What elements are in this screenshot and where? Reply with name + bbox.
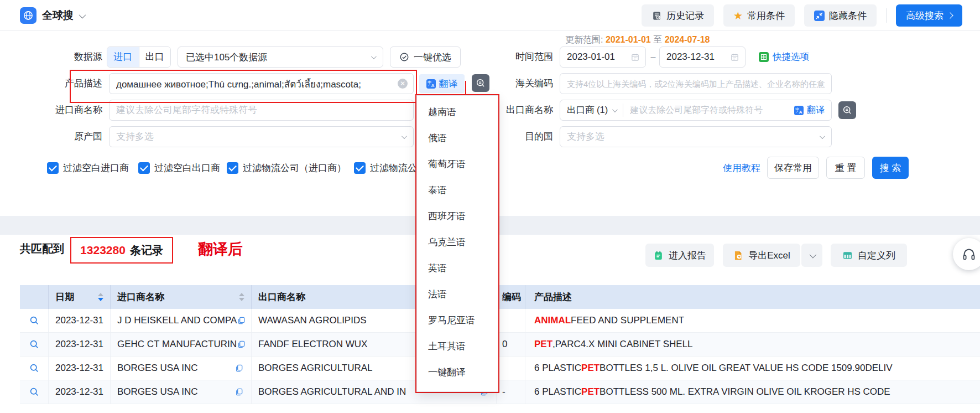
- headphone-icon: [961, 246, 977, 262]
- exporter-input[interactable]: [623, 105, 794, 115]
- search-button[interactable]: 搜 索: [872, 157, 909, 179]
- copy-icon[interactable]: [234, 364, 243, 373]
- copy-icon[interactable]: [237, 340, 246, 349]
- favorites-button[interactable]: ★ 常用条件: [723, 4, 795, 27]
- save-favorite-button[interactable]: 保存常用: [767, 157, 819, 179]
- exporter-translate-button[interactable]: 翻译: [794, 105, 831, 116]
- filter-checkbox-1[interactable]: 过滤空白出口商: [138, 162, 220, 174]
- magnifier-icon[interactable]: [29, 363, 40, 374]
- support-button[interactable]: [953, 238, 980, 270]
- importer-cell: BORGES USA INC: [111, 357, 252, 380]
- clear-icon[interactable]: ✕: [398, 79, 408, 89]
- app-title: 全球搜: [42, 8, 74, 23]
- calendar-icon: [730, 53, 739, 62]
- importer-field: [109, 100, 414, 121]
- menu-item-5[interactable]: 乌克兰语: [417, 229, 498, 255]
- row-detail-cell: [20, 357, 49, 380]
- filter-checkbox-0[interactable]: 过滤空白进口商: [47, 162, 129, 174]
- menu-item-4[interactable]: 西班牙语: [417, 203, 498, 229]
- exporter-type-value: 出口商 (1): [567, 104, 608, 116]
- origin-country-input[interactable]: [110, 131, 402, 142]
- reset-button[interactable]: 重 置: [826, 157, 865, 179]
- table-row: 2023-12-31J D HEISKELL AND COMPAWAWASAN …: [20, 309, 980, 333]
- tab-export[interactable]: 出口: [139, 47, 171, 67]
- dest-country-input[interactable]: [560, 131, 820, 142]
- menu-item-8[interactable]: 罗马尼亚语: [417, 307, 498, 333]
- annotation-box-translate-menu: 越南语俄语葡萄牙语泰语西班牙语乌克兰语英语法语罗马尼亚语土耳其语一键翻译: [415, 94, 499, 393]
- copy-icon[interactable]: [237, 316, 246, 325]
- checkbox-checked-icon[interactable]: [227, 162, 238, 174]
- history-button[interactable]: 历史记录: [642, 4, 714, 27]
- sort-importer-icon[interactable]: [239, 293, 244, 301]
- desc-text: BOTTLES 1,5 L. OLIVE OIL GREAT VALUE HS …: [600, 363, 892, 374]
- export-options-button[interactable]: [801, 244, 822, 267]
- filter-checkbox-3[interactable]: 过滤物流公: [354, 162, 417, 174]
- desc-text: 6 PLASTIC: [534, 386, 581, 397]
- synonym-match-button[interactable]: [472, 74, 489, 92]
- top-bar: 全球搜 历史记录 ★ 常用条件 隐藏条件 高级搜索: [0, 0, 980, 31]
- hide-filters-button[interactable]: 隐藏条件: [804, 4, 877, 27]
- synonym-match-button[interactable]: [838, 101, 856, 119]
- magnifier-icon[interactable]: [29, 386, 40, 397]
- match-count-value: 1323280: [80, 244, 126, 257]
- favorites-label: 常用条件: [747, 9, 785, 22]
- filter-checkbox-2[interactable]: 过滤物流公司（进口商）: [227, 162, 346, 174]
- table-body: 2023-12-31J D HEISKELL AND COMPAWAWASAN …: [20, 309, 980, 404]
- menu-item-7[interactable]: 法语: [417, 281, 498, 307]
- advanced-search-button[interactable]: 高级搜索: [896, 4, 962, 27]
- enter-report-button[interactable]: 进入报告: [645, 244, 714, 267]
- sort-date-icon[interactable]: [98, 293, 103, 301]
- menu-item-6[interactable]: 英语: [417, 255, 498, 281]
- match-count-prefix: 共匹配到: [20, 241, 64, 256]
- quick-options-link[interactable]: 快捷选项: [759, 51, 809, 63]
- circled-search-icon: [475, 78, 486, 89]
- quick-options-label: 快捷选项: [773, 51, 809, 63]
- header-desc: 产品描述: [525, 285, 980, 309]
- checkbox-checked-icon[interactable]: [138, 162, 150, 174]
- dest-country-label: 目的国: [498, 126, 553, 147]
- translate-button[interactable]: 翻译: [419, 74, 465, 93]
- menu-item-0[interactable]: 越南语: [417, 99, 498, 125]
- tab-import[interactable]: 进口: [107, 47, 139, 67]
- menu-item-1[interactable]: 俄语: [417, 125, 498, 151]
- calendar-icon: [630, 53, 640, 62]
- exporter-type-select[interactable]: 出口商 (1): [560, 104, 623, 116]
- code-cell: 0: [497, 333, 525, 356]
- magnifier-icon[interactable]: [29, 339, 40, 350]
- date-cell: 2023-12-31: [49, 309, 111, 332]
- checkbox-checked-icon[interactable]: [47, 162, 59, 174]
- annotation-translated-note: 翻译后: [198, 239, 243, 259]
- time-range-label: 时间范围: [498, 47, 553, 68]
- filter-label: 过滤物流公司（进口商）: [243, 162, 346, 174]
- quick-pick-button[interactable]: 一键优选: [390, 47, 461, 68]
- custom-columns-button[interactable]: 自定义列: [831, 244, 907, 267]
- exporter-label: 出口商名称: [498, 100, 553, 121]
- export-excel-button[interactable]: 导出Excel: [723, 244, 800, 267]
- tutorial-link[interactable]: 使用教程: [723, 162, 760, 174]
- data-source-selected-text: 已选中105个数据源: [178, 51, 371, 64]
- app-switch-chevron-icon[interactable]: [79, 11, 86, 18]
- update-range-end: 2024-07-18: [665, 35, 710, 44]
- menu-item-10[interactable]: 一键翻译: [417, 359, 498, 385]
- menu-item-9[interactable]: 土耳其语: [417, 333, 498, 359]
- data-source-label: 数据源: [47, 47, 102, 68]
- menu-item-3[interactable]: 泰语: [417, 177, 498, 203]
- product-desc-label: 产品描述: [47, 73, 102, 94]
- desc-cell: PET,PARC4.X MINI CABINET SHELL: [525, 333, 980, 356]
- data-source-select[interactable]: 已选中105个数据源: [178, 47, 383, 68]
- menu-item-2[interactable]: 葡萄牙语: [417, 151, 498, 177]
- date-start-input[interactable]: 2023-01-01: [560, 47, 646, 68]
- importer-input[interactable]: [110, 105, 413, 116]
- date-cell: 2023-12-31: [49, 380, 111, 404]
- magnifier-icon[interactable]: [29, 315, 40, 326]
- chevron-down-icon: [809, 251, 816, 258]
- advanced-search-label: 高级搜索: [906, 9, 943, 22]
- code-cell: [497, 309, 525, 332]
- product-desc-input[interactable]: [110, 78, 398, 89]
- date-end-input[interactable]: 2023-12-31: [659, 47, 746, 68]
- filter-label: 过滤物流公: [370, 162, 417, 174]
- copy-icon[interactable]: [234, 388, 243, 396]
- translate-label: 翻译: [439, 78, 458, 90]
- checkbox-checked-icon[interactable]: [354, 162, 366, 174]
- hs-code-input[interactable]: [560, 79, 831, 89]
